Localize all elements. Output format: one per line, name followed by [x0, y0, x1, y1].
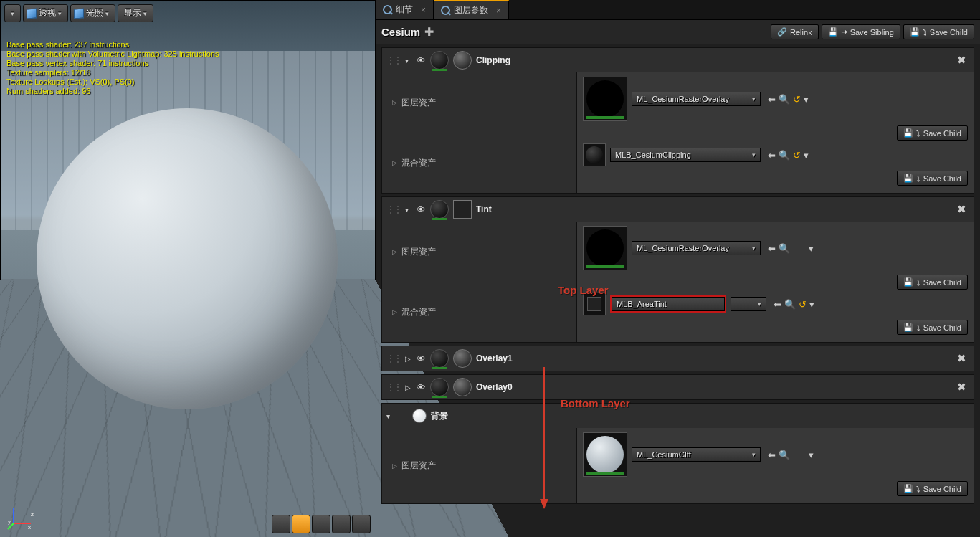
- blend-asset-label[interactable]: ▷混合资产: [382, 282, 576, 342]
- relink-button[interactable]: 🔗Relink: [771, 24, 819, 39]
- use-selected-icon[interactable]: ⬅: [768, 450, 776, 460]
- layer-header[interactable]: ⋮⋮ ▷ 👁 Overlay0 ✖: [382, 375, 974, 399]
- blend-asset-dropdown[interactable]: MLB_CesiumClipping▾: [610, 148, 761, 162]
- delete-layer-button[interactable]: ✖: [954, 352, 969, 365]
- layer-thumb-b: [453, 378, 472, 396]
- asset-thumb-small[interactable]: [583, 293, 606, 315]
- blend-asset-dropdown-caret[interactable]: ▾: [731, 297, 766, 311]
- save-child-button[interactable]: 💾⤵Save Child: [903, 24, 974, 39]
- layer-thumb-a: [430, 51, 449, 70]
- layer-overlay1: ⋮⋮ ▷ 👁 Overlay1 ✖: [381, 346, 974, 371]
- expand-toggle[interactable]: ▾: [405, 57, 412, 65]
- shelf-custom[interactable]: [352, 515, 371, 533]
- layer-asset-label[interactable]: ▷图层资产: [382, 72, 576, 133]
- layer-header[interactable]: ▾ 背景: [382, 404, 974, 428]
- save-child-button[interactable]: 💾⤵Save Child: [897, 171, 968, 186]
- tab-layer-params[interactable]: 图层参数 ×: [434, 0, 509, 19]
- filter-icon[interactable]: ▾: [804, 150, 809, 161]
- primitive-shelf: [272, 515, 371, 533]
- close-icon[interactable]: ×: [421, 5, 426, 15]
- delete-layer-button[interactable]: ✖: [954, 54, 969, 67]
- asset-thumb[interactable]: [583, 226, 627, 270]
- reset-icon[interactable]: ↺: [793, 150, 801, 161]
- asset-thumb[interactable]: [583, 432, 627, 477]
- layer-asset-label[interactable]: ▷图层资产: [382, 428, 576, 503]
- shelf-plane[interactable]: [312, 515, 330, 533]
- save-child-button[interactable]: 💾⤵Save Child: [897, 275, 968, 290]
- lit-button[interactable]: 光照▾: [70, 4, 115, 22]
- shelf-cylinder[interactable]: [272, 515, 290, 533]
- drag-handle-icon[interactable]: ⋮⋮: [386, 204, 401, 214]
- filter-icon[interactable]: ▾: [809, 450, 814, 460]
- browse-icon[interactable]: 🔍: [779, 450, 790, 460]
- browse-icon[interactable]: 🔍: [779, 150, 790, 161]
- layer-clipping: ⋮⋮ ▾ 👁 Clipping ✖ ▷图层资产 ▷混合资产 ML_Ce: [381, 47, 974, 194]
- use-selected-icon[interactable]: ⬅: [768, 243, 776, 254]
- visibility-icon[interactable]: 👁: [417, 204, 426, 215]
- viewport-toolbar: ▾ 透视▾ 光照▾ 显示▾: [4, 4, 153, 22]
- save-sibling-button[interactable]: 💾➜Save Sibling: [822, 24, 900, 39]
- magnify-icon: [441, 6, 450, 15]
- layer-header[interactable]: ⋮⋮ ▾ 👁 Tint ✖: [382, 197, 974, 222]
- layer-thumb-b: [453, 200, 472, 219]
- preview-sphere: [37, 108, 338, 409]
- expand-toggle[interactable]: ▾: [386, 412, 394, 420]
- filter-icon[interactable]: ▾: [809, 243, 814, 254]
- shelf-cube[interactable]: [332, 515, 351, 533]
- expand-toggle[interactable]: ▷: [405, 384, 412, 391]
- visibility-icon[interactable]: 👁: [417, 382, 426, 393]
- shelf-sphere[interactable]: [292, 515, 310, 533]
- svg-text:x: x: [28, 524, 31, 531]
- close-icon[interactable]: ×: [496, 6, 501, 16]
- perspective-button[interactable]: 透视▾: [23, 4, 68, 22]
- visibility-icon[interactable]: 👁: [417, 55, 426, 66]
- visibility-icon[interactable]: 👁: [417, 353, 426, 364]
- layer-asset-dropdown[interactable]: ML_CesiumRasterOverlay▾: [632, 241, 761, 255]
- browse-icon[interactable]: 🔍: [779, 243, 790, 254]
- use-selected-icon[interactable]: ⬅: [768, 94, 776, 105]
- axis-gizmo[interactable]: z y x: [6, 502, 35, 531]
- drag-handle-icon[interactable]: ⋮⋮: [386, 353, 401, 363]
- use-selected-icon[interactable]: ⬅: [774, 299, 781, 310]
- show-button[interactable]: 显示▾: [118, 4, 153, 22]
- drag-handle-icon[interactable]: ⋮⋮: [386, 55, 401, 65]
- shader-stats: Base pass shader: 237 instructions Base …: [6, 40, 219, 96]
- svg-text:y: y: [8, 518, 11, 525]
- filter-icon[interactable]: ▾: [804, 94, 809, 105]
- viewport-menu-button[interactable]: ▾: [4, 4, 21, 22]
- save-child-button[interactable]: 💾⤵Save Child: [897, 320, 968, 335]
- layer-header[interactable]: ⋮⋮ ▾ 👁 Clipping ✖: [382, 48, 974, 72]
- save-child-button[interactable]: 💾⤵Save Child: [897, 481, 968, 496]
- asset-thumb-small[interactable]: [583, 143, 606, 166]
- expand-toggle[interactable]: ▷: [405, 355, 412, 363]
- save-icon: 💾: [828, 27, 838, 37]
- delete-layer-button[interactable]: ✖: [954, 381, 969, 394]
- layer-header[interactable]: ⋮⋮ ▷ 👁 Overlay1 ✖: [382, 346, 974, 371]
- highlighted-blend-asset: MLB_AreaTint: [610, 295, 726, 313]
- browse-icon[interactable]: 🔍: [784, 299, 796, 310]
- tab-bar: 细节 × 图层参数 ×: [376, 0, 980, 20]
- filter-icon[interactable]: ▾: [809, 299, 814, 310]
- tab-details[interactable]: 细节 ×: [376, 0, 434, 19]
- layer-stack: ⋮⋮ ▾ 👁 Clipping ✖ ▷图层资产 ▷混合资产 ML_Ce: [376, 44, 980, 537]
- drag-handle-icon[interactable]: ⋮⋮: [386, 382, 401, 392]
- layer-tint: ⋮⋮ ▾ 👁 Tint ✖ ▷图层资产 ▷混合资产 ML_Cesium: [381, 196, 974, 343]
- lit-icon: [74, 8, 84, 19]
- layer-background: ▾ 背景 ▷图层资产 ML_CesiumGltf▾ ⬅: [381, 403, 974, 504]
- layer-asset-dropdown[interactable]: ML_CesiumGltf▾: [632, 447, 761, 462]
- browse-icon[interactable]: 🔍: [779, 94, 790, 105]
- reset-icon[interactable]: ↺: [799, 299, 807, 310]
- layer-asset-dropdown[interactable]: ML_CesiumRasterOverlay▾: [632, 92, 761, 106]
- reset-icon[interactable]: ↺: [793, 94, 801, 105]
- layer-asset-label[interactable]: ▷图层资产: [382, 222, 576, 282]
- add-layer-button[interactable]: ✚: [424, 25, 434, 39]
- use-selected-icon[interactable]: ⬅: [768, 150, 776, 161]
- save-child-button[interactable]: 💾⤵Save Child: [897, 125, 968, 141]
- expand-toggle[interactable]: ▾: [405, 206, 412, 214]
- delete-layer-button[interactable]: ✖: [954, 203, 969, 216]
- blend-asset-label[interactable]: ▷混合资产: [382, 133, 576, 193]
- panel-title: Cesium: [381, 26, 420, 38]
- material-viewport[interactable]: ▾ 透视▾ 光照▾ 显示▾ Base pass shader: 237 inst…: [0, 0, 376, 537]
- asset-thumb[interactable]: [583, 77, 627, 121]
- blend-asset-dropdown[interactable]: MLB_AreaTint: [612, 297, 725, 311]
